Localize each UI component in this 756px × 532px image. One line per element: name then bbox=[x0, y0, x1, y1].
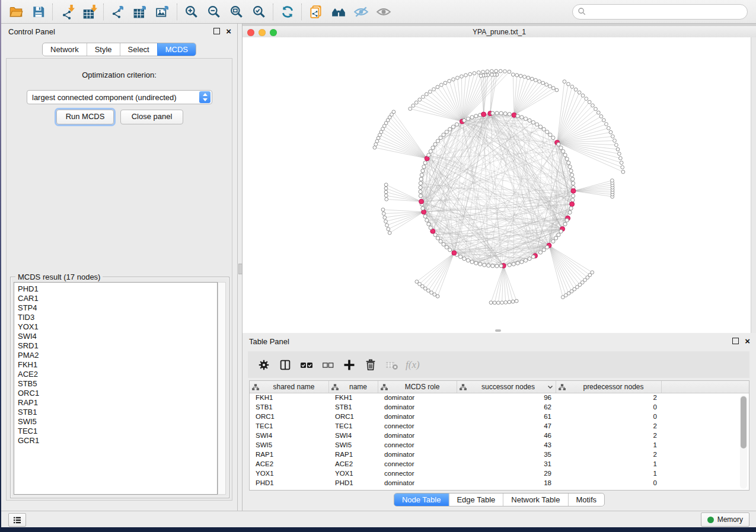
mcds-result-item[interactable]: ORC1 bbox=[18, 389, 217, 398]
graph-node[interactable] bbox=[568, 210, 572, 214]
network-canvas[interactable] bbox=[243, 37, 751, 333]
graph-leaf-node[interactable] bbox=[425, 92, 428, 96]
column-header-shared-name[interactable]: shared name bbox=[250, 381, 329, 393]
graph-node[interactable] bbox=[462, 118, 466, 122]
graph-leaf-node[interactable] bbox=[412, 104, 415, 107]
tab-style[interactable]: Style bbox=[87, 43, 120, 56]
graph-leaf-node[interactable] bbox=[490, 69, 493, 73]
graph-leaf-node[interactable] bbox=[548, 85, 552, 88]
graph-node[interactable] bbox=[542, 127, 546, 131]
graph-node[interactable] bbox=[455, 123, 458, 126]
graph-node[interactable] bbox=[445, 130, 448, 134]
graph-node[interactable] bbox=[491, 111, 495, 115]
table-row[interactable]: TEC1TEC1connector472 bbox=[250, 422, 749, 431]
save-session-button[interactable] bbox=[27, 2, 50, 22]
graph-node[interactable] bbox=[483, 263, 486, 267]
graph-node[interactable] bbox=[524, 117, 527, 120]
graph-leaf-node[interactable] bbox=[409, 107, 412, 111]
graph-node[interactable] bbox=[551, 239, 555, 243]
graph-leaf-node[interactable] bbox=[414, 101, 418, 104]
graph-leaf-node[interactable] bbox=[508, 300, 511, 304]
graph-leaf-node[interactable] bbox=[444, 81, 447, 85]
graph-node[interactable] bbox=[528, 118, 531, 122]
export-network-button[interactable] bbox=[107, 2, 129, 22]
graph-node[interactable] bbox=[495, 264, 499, 268]
splitter-grip[interactable] bbox=[238, 264, 243, 274]
mcds-result-item[interactable]: TEC1 bbox=[18, 427, 217, 436]
float-table-panel-icon[interactable] bbox=[732, 338, 739, 344]
graph-node[interactable] bbox=[569, 169, 573, 172]
graph-leaf-node[interactable] bbox=[388, 231, 391, 235]
mcds-result-item[interactable]: ACE2 bbox=[18, 370, 217, 379]
graph-leaf-node[interactable] bbox=[515, 73, 519, 77]
tab-select[interactable]: Select bbox=[120, 43, 157, 56]
graph-node[interactable] bbox=[568, 165, 572, 168]
graph-node[interactable] bbox=[531, 120, 535, 124]
create-column-button[interactable] bbox=[339, 355, 359, 375]
refresh-button[interactable] bbox=[276, 2, 299, 22]
graph-leaf-node[interactable] bbox=[433, 293, 436, 296]
graph-node[interactable] bbox=[442, 133, 445, 136]
graph-leaf-node[interactable] bbox=[381, 208, 385, 211]
graph-node[interactable] bbox=[421, 207, 425, 210]
graph-leaf-node[interactable] bbox=[585, 97, 588, 101]
graph-leaf-node[interactable] bbox=[385, 223, 389, 227]
tab-network-table[interactable]: Network Table bbox=[503, 493, 567, 506]
graph-node[interactable] bbox=[516, 114, 519, 118]
graph-leaf-node[interactable] bbox=[621, 170, 625, 174]
graph-leaf-node[interactable] bbox=[609, 130, 613, 134]
table-row[interactable]: PHD1PHD1dominator180 bbox=[250, 479, 749, 488]
graph-leaf-node[interactable] bbox=[382, 212, 385, 216]
mcds-result-item[interactable]: PMA2 bbox=[18, 351, 217, 360]
graph-leaf-node[interactable] bbox=[511, 300, 515, 303]
graph-node[interactable] bbox=[557, 233, 560, 236]
zoom-selected-button[interactable] bbox=[248, 2, 270, 22]
mcds-result-item[interactable]: GCR1 bbox=[18, 436, 217, 446]
graph-leaf-node[interactable] bbox=[594, 107, 598, 111]
graph-node[interactable] bbox=[419, 194, 422, 198]
column-header-name[interactable]: name bbox=[329, 381, 378, 393]
graph-node[interactable] bbox=[445, 245, 448, 249]
table-row[interactable]: ORC1ORC1dominator610 bbox=[250, 412, 749, 422]
graph-node[interactable] bbox=[508, 263, 511, 267]
graph-leaf-node[interactable] bbox=[373, 146, 377, 149]
mcds-result-item[interactable]: STB1 bbox=[18, 408, 217, 417]
graph-leaf-node[interactable] bbox=[607, 126, 610, 130]
graph-leaf-node[interactable] bbox=[387, 227, 390, 231]
graph-leaf-node[interactable] bbox=[499, 69, 502, 73]
graph-leaf-node[interactable] bbox=[596, 111, 600, 114]
graph-leaf-node[interactable] bbox=[545, 83, 548, 86]
graph-node[interactable] bbox=[470, 260, 474, 264]
graph-node[interactable] bbox=[474, 261, 478, 265]
graph-leaf-node[interactable] bbox=[490, 73, 494, 76]
graph-leaf-node[interactable] bbox=[428, 90, 432, 94]
graph-leaf-node[interactable] bbox=[452, 78, 455, 81]
graph-node[interactable] bbox=[436, 139, 439, 143]
graph-node[interactable] bbox=[419, 185, 422, 189]
column-header-successor-nodes[interactable]: successor nodes bbox=[457, 381, 556, 393]
graph-node[interactable] bbox=[466, 258, 470, 262]
tab-mcds[interactable]: MCDS bbox=[157, 43, 196, 56]
graph-leaf-node[interactable] bbox=[530, 77, 534, 81]
graph-node[interactable] bbox=[520, 260, 524, 264]
deselect-all-columns-button[interactable] bbox=[318, 355, 338, 375]
network-window-titlebar[interactable]: YPA_prune.txt_1 bbox=[243, 26, 756, 38]
graph-node[interactable] bbox=[448, 127, 452, 131]
table-row[interactable]: STB1STB1dominator620 bbox=[250, 403, 749, 412]
zoom-in-button[interactable] bbox=[180, 2, 203, 22]
graph-node[interactable] bbox=[423, 161, 427, 165]
graph-node[interactable] bbox=[427, 222, 430, 226]
graph-leaf-node[interactable] bbox=[508, 70, 511, 73]
graph-node[interactable] bbox=[425, 219, 429, 222]
graph-node[interactable] bbox=[557, 143, 560, 146]
graph-dominator-node[interactable] bbox=[571, 188, 576, 193]
graph-node[interactable] bbox=[571, 181, 575, 185]
table-row[interactable]: SWI4SWI4dominator462 bbox=[250, 431, 749, 441]
graph-leaf-node[interactable] bbox=[460, 75, 464, 78]
zoom-fit-button[interactable] bbox=[225, 2, 248, 22]
table-row[interactable]: YOX1YOX1connector291 bbox=[250, 469, 749, 479]
mcds-list-scrollbar[interactable] bbox=[218, 282, 226, 495]
graph-leaf-node[interactable] bbox=[611, 134, 614, 138]
graph-node[interactable] bbox=[421, 169, 425, 172]
canvas-scroll-thumb[interactable] bbox=[495, 329, 501, 332]
